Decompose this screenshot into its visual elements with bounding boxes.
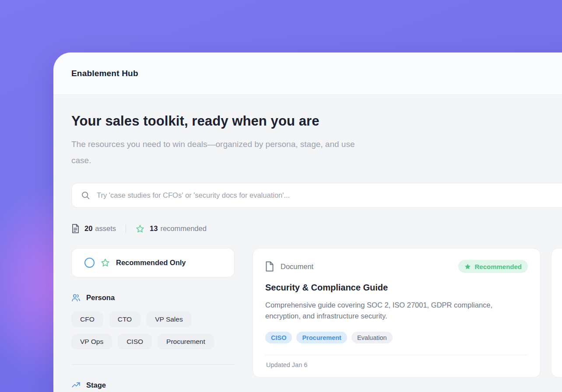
card-tags: CISO Procurement Evaluation [265, 332, 528, 343]
persona-chip-vp-ops[interactable]: VP Ops [71, 334, 112, 350]
sidebar-divider [71, 364, 235, 365]
window-body: Your sales toolkit, ready when you are T… [53, 95, 562, 390]
page-title: Your sales toolkit, ready when you are [71, 113, 562, 129]
filters-sidebar: Recommended Only Persona CFO [71, 248, 235, 390]
toggle-circle[interactable] [84, 258, 95, 268]
enablement-hub-window: Enablement Hub Your sales toolkit, ready… [53, 52, 562, 392]
app-title: Enablement Hub [71, 69, 138, 78]
recommended-badge-label: Recommended [474, 263, 522, 270]
search-icon [81, 191, 90, 200]
recommended-only-label: Recommended Only [116, 259, 186, 267]
trending-up-icon [71, 381, 81, 390]
tag-evaluation[interactable]: Evaluation [351, 332, 393, 343]
card-updated-date: Updated Jan 6 [265, 355, 528, 374]
recommended-only-toggle[interactable]: Recommended Only [71, 248, 235, 277]
file-icon [265, 261, 274, 272]
users-icon [71, 293, 81, 302]
content-columns: Recommended Only Persona CFO [71, 248, 562, 390]
recommended-count: 13 [150, 224, 158, 233]
card-title: Security & Compliance Guide [265, 283, 528, 293]
page-subtitle: The resources you need to win deals—orga… [71, 136, 562, 168]
recommended-stat: 13 recommended [136, 224, 207, 233]
search-bar[interactable] [71, 183, 562, 208]
persona-chip-cfo[interactable]: CFO [71, 312, 103, 327]
assets-label: assets [95, 224, 116, 233]
card-description: Comprehensive guide covering SOC 2, ISO … [265, 300, 528, 322]
persona-section: Persona CFO CTO VP Sales VP Ops CISO Pro… [71, 293, 235, 350]
stage-section-label: Stage [86, 381, 106, 389]
window-header: Enablement Hub [53, 52, 562, 95]
star-outline-icon [101, 258, 110, 267]
persona-chip-procurement[interactable]: Procurement [158, 334, 214, 350]
star-outline-icon [136, 224, 144, 233]
star-filled-icon [464, 263, 471, 270]
assets-count: 20 [84, 224, 92, 233]
card-description-line2: encryption, and infrastructure security. [265, 311, 528, 322]
persona-chip-cto[interactable]: CTO [109, 312, 140, 327]
card-top-row: Document Recommended [265, 260, 528, 273]
card-type: Document [265, 261, 313, 272]
recommended-label: recommended [160, 224, 206, 233]
resource-cards: Document Recommended Security & Complian… [253, 248, 562, 378]
persona-chips: CFO CTO VP Sales VP Ops CISO Procurement [71, 312, 235, 350]
recommended-badge: Recommended [458, 260, 528, 273]
card-type-label: Document [281, 262, 313, 271]
stage-header: Stage [71, 381, 235, 390]
persona-header: Persona [71, 293, 235, 302]
resource-card-security-compliance-guide[interactable]: Document Recommended Security & Complian… [253, 248, 541, 378]
persona-section-label: Persona [86, 294, 115, 302]
stats-row: 20 assets 13 recommended [71, 224, 562, 233]
tag-procurement[interactable]: Procurement [296, 332, 347, 343]
card-description-line1: Comprehensive guide covering SOC 2, ISO … [265, 300, 528, 311]
persona-chip-vp-sales[interactable]: VP Sales [146, 312, 191, 327]
stage-section: Stage [71, 381, 235, 390]
tag-ciso[interactable]: CISO [265, 332, 292, 343]
page-subtitle-line1: The resources you need to win deals—orga… [71, 136, 562, 152]
persona-chip-ciso[interactable]: CISO [118, 334, 152, 350]
stats-divider [126, 224, 126, 233]
document-lines-icon [71, 224, 79, 233]
resource-card-partial[interactable] [551, 248, 562, 378]
assets-stat: 20 assets [71, 224, 116, 233]
search-input[interactable] [97, 191, 562, 200]
page-subtitle-line2: case. [71, 152, 562, 168]
